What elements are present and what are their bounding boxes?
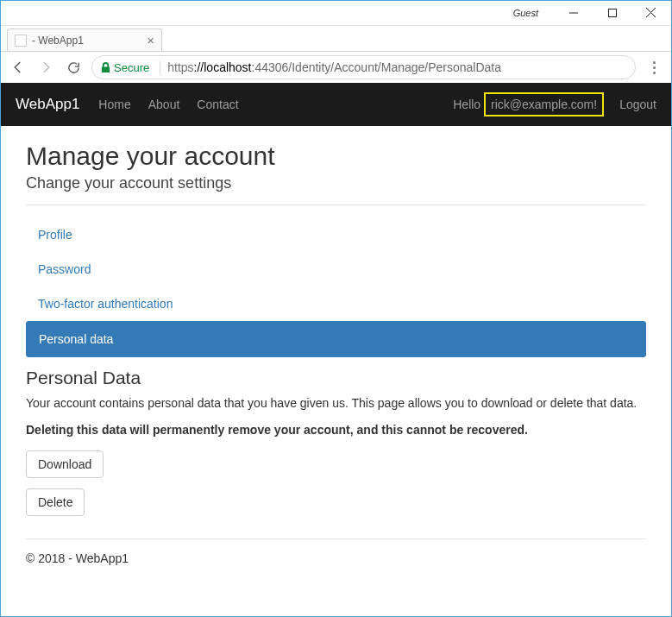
nav-about[interactable]: About	[148, 98, 180, 111]
warning-text: Deleting this data will permanently remo…	[26, 423, 646, 437]
back-button[interactable]	[5, 54, 31, 80]
tab-title: - WebApp1	[32, 35, 84, 47]
logout-link[interactable]: Logout	[619, 98, 656, 111]
secure-indicator: Secure	[101, 61, 149, 74]
minimize-button[interactable]	[554, 1, 593, 25]
settings-menu: Profile Password Two-factor authenticati…	[26, 217, 646, 357]
separator	[26, 205, 646, 205]
maximize-button[interactable]	[593, 1, 631, 25]
browser-tab[interactable]: - WebApp1 ×	[7, 28, 162, 51]
section-body: Your account contains personal data that…	[26, 395, 646, 412]
browser-menu-button[interactable]	[641, 54, 667, 80]
hello-user: Hello rick@example.com!	[453, 92, 604, 116]
nav-contact[interactable]: Contact	[197, 98, 238, 111]
tab-close-icon[interactable]: ×	[147, 33, 154, 47]
footer-text: © 2018 - WebApp1	[26, 551, 646, 565]
page-title: Manage your account	[26, 142, 646, 171]
page-content: Manage your account Change your account …	[0, 126, 672, 574]
footer-separator	[26, 538, 646, 539]
menu-item-personal-data[interactable]: Personal data	[26, 321, 646, 357]
user-email-link[interactable]: rick@example.com!	[484, 92, 604, 116]
url-text: https://localhost:44306/Identity/Account…	[167, 60, 501, 74]
tab-strip: - WebApp1 ×	[0, 26, 672, 52]
forward-button[interactable]	[33, 54, 59, 80]
toolbar: Secure https://localhost:44306/Identity/…	[0, 52, 672, 83]
divider	[160, 60, 160, 74]
menu-item-two-factor[interactable]: Two-factor authentication	[26, 286, 646, 321]
svg-rect-1	[608, 9, 616, 16]
app-navbar: WebApp1 Home About Contact Hello rick@ex…	[0, 83, 672, 126]
secure-label: Secure	[114, 61, 149, 74]
kebab-icon	[653, 61, 656, 74]
brand[interactable]: WebApp1	[16, 96, 79, 113]
menu-item-profile[interactable]: Profile	[26, 217, 646, 252]
section-heading: Personal Data	[26, 368, 646, 388]
reload-button[interactable]	[60, 54, 86, 80]
window-titlebar: Guest	[0, 0, 672, 26]
delete-button[interactable]: Delete	[26, 488, 85, 516]
page-subtitle: Change your account settings	[26, 174, 646, 192]
address-bar[interactable]: Secure https://localhost:44306/Identity/…	[91, 55, 636, 79]
page-icon	[15, 35, 27, 47]
lock-icon	[101, 62, 110, 73]
new-tab-button[interactable]	[167, 35, 185, 51]
nav-home[interactable]: Home	[98, 98, 130, 111]
download-button[interactable]: Download	[26, 450, 104, 478]
menu-item-password[interactable]: Password	[26, 252, 646, 286]
guest-label: Guest	[513, 8, 538, 18]
close-button[interactable]	[631, 1, 670, 25]
